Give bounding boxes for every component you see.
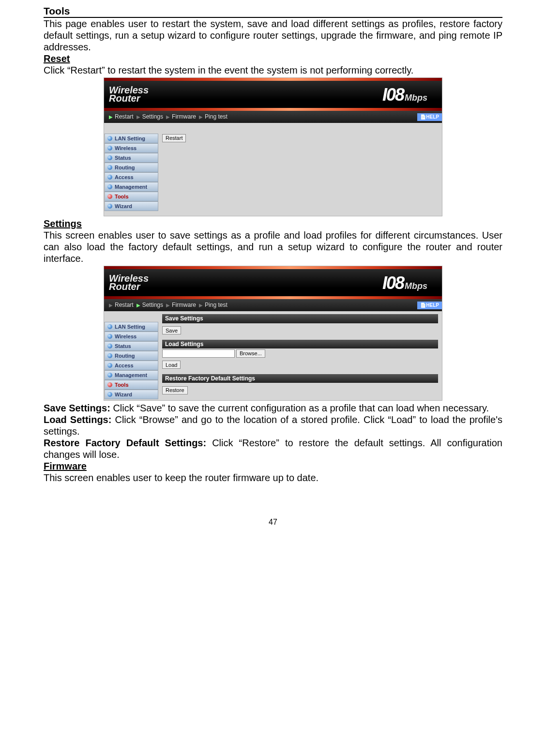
- speed-number: I08: [382, 272, 404, 293]
- triangle-icon: ▶: [109, 302, 113, 308]
- page-number: 47: [44, 517, 502, 527]
- brand-line2: Router: [109, 94, 149, 103]
- sidebar-nav: LAN Setting Wireless Status Routing Acce…: [104, 123, 158, 216]
- main-panel: Restart: [158, 123, 442, 216]
- triangle-icon: ▶: [199, 114, 203, 120]
- tab-bar: ▶ Restart ▶ Settings ▶ Firmware ▶ Ping t…: [104, 299, 442, 311]
- sidebar-item-label: Routing: [115, 353, 135, 359]
- sidebar-item-label: LAN Setting: [115, 324, 145, 330]
- firmware-body-text: This screen enables user to keep the rou…: [44, 472, 502, 484]
- sidebar-item-label: Status: [115, 155, 131, 161]
- bullet-icon: [107, 373, 112, 378]
- router-header: Wireless Router I08 Mbps: [104, 269, 442, 296]
- tab-settings[interactable]: Settings: [142, 113, 163, 120]
- sidebar-item-label: Access: [115, 363, 134, 369]
- tools-intro-text: This page enables user to restart the sy…: [44, 18, 502, 53]
- bullet-icon: [107, 344, 112, 348]
- bullet-icon: [107, 184, 112, 189]
- tab-firmware[interactable]: Firmware: [172, 113, 196, 120]
- sidebar-item-label: Tools: [115, 194, 129, 200]
- sidebar-item-lan[interactable]: LAN Setting: [104, 322, 158, 332]
- sidebar-item-wizard[interactable]: Wizard: [104, 390, 158, 399]
- sidebar-item-label: Wireless: [115, 333, 136, 340]
- bullet-icon: [107, 146, 112, 151]
- heading-firmware: Firmware: [44, 461, 87, 471]
- sidebar-item-tools[interactable]: Tools: [104, 192, 158, 201]
- heading-settings: Settings: [44, 218, 82, 229]
- sidebar-item-label: Routing: [115, 165, 135, 171]
- sidebar-item-label: Access: [115, 174, 134, 181]
- triangle-icon: ▶: [166, 302, 170, 308]
- sidebar-item-routing[interactable]: Routing: [104, 163, 158, 172]
- router-screenshot-restart: Wireless Router I08 Mbps ▶ Restart ▶ Set…: [104, 77, 442, 216]
- restart-button[interactable]: Restart: [162, 134, 186, 142]
- brand-line2: Router: [109, 283, 149, 291]
- tab-bar: ▶ Restart ▶ Settings ▶ Firmware ▶ Ping t…: [104, 111, 442, 123]
- triangle-icon: ▶: [199, 302, 203, 308]
- bullet-icon: [107, 175, 112, 180]
- help-button[interactable]: 📄 HELP: [417, 113, 442, 121]
- sidebar-item-wireless[interactable]: Wireless: [104, 143, 158, 153]
- tab-restart[interactable]: Restart: [115, 302, 134, 308]
- restore-settings-desc: Restore Factory Default Settings: Click …: [44, 437, 502, 460]
- sidebar-item-management[interactable]: Management: [104, 182, 158, 192]
- load-button[interactable]: Load: [162, 361, 181, 369]
- sidebar-item-status[interactable]: Status: [104, 153, 158, 163]
- triangle-icon: ▶: [136, 114, 140, 120]
- sidebar-item-label: Wizard: [115, 203, 132, 210]
- restore-button[interactable]: Restore: [162, 386, 188, 394]
- browse-button[interactable]: Browse...: [236, 349, 265, 358]
- bullet-icon: [107, 194, 112, 199]
- sidebar-item-label: Management: [115, 372, 147, 378]
- sidebar-item-routing[interactable]: Routing: [104, 351, 158, 361]
- bullet-icon: [107, 204, 112, 209]
- tab-ping[interactable]: Ping test: [205, 113, 228, 120]
- help-button[interactable]: 📄 HELP: [417, 302, 442, 309]
- speed-unit: Mbps: [405, 281, 427, 292]
- sidebar-item-label: Status: [115, 343, 131, 349]
- bullet-icon: [107, 334, 112, 339]
- bullet-icon: [107, 165, 112, 170]
- save-button[interactable]: Save: [162, 326, 181, 334]
- bullet-icon: [107, 353, 112, 358]
- sidebar-item-label: LAN Setting: [115, 136, 145, 142]
- router-screenshot-settings: Wireless Router I08 Mbps ▶ Restart ▶ Set…: [104, 266, 442, 401]
- sidebar-item-management[interactable]: Management: [104, 370, 158, 380]
- speed-unit: Mbps: [405, 93, 427, 104]
- bullet-icon: [107, 392, 112, 397]
- sidebar-item-label: Wireless: [115, 145, 136, 151]
- panel-title-save: Save Settings: [162, 314, 438, 323]
- main-panel: Save Settings Save Load Settings Browse.…: [158, 311, 442, 400]
- bullet-icon: [107, 324, 112, 329]
- triangle-icon: ▶: [136, 302, 140, 308]
- sidebar-item-wizard[interactable]: Wizard: [104, 201, 158, 211]
- panel-title-load: Load Settings: [162, 340, 438, 348]
- bullet-icon: [107, 136, 112, 141]
- sidebar-item-label: Management: [115, 184, 147, 190]
- sidebar-item-access[interactable]: Access: [104, 172, 158, 182]
- triangle-icon: ▶: [166, 114, 170, 120]
- bullet-icon: [107, 382, 112, 387]
- panel-title-restore: Restore Factory Default Settings: [162, 374, 438, 383]
- speed-number: I08: [382, 84, 404, 105]
- sidebar-item-lan[interactable]: LAN Setting: [104, 134, 158, 143]
- sidebar-item-status[interactable]: Status: [104, 341, 158, 351]
- save-settings-desc: Save Settings: Click “Save” to save the …: [44, 402, 502, 414]
- tab-firmware[interactable]: Firmware: [172, 302, 196, 308]
- tab-restart[interactable]: Restart: [115, 113, 134, 120]
- heading-reset: Reset: [44, 53, 70, 64]
- sidebar-nav: LAN Setting Wireless Status Routing Acce…: [104, 311, 158, 400]
- sidebar-item-wireless[interactable]: Wireless: [104, 332, 158, 341]
- settings-body-text: This screen enables user to save setting…: [44, 229, 502, 264]
- sidebar-item-access[interactable]: Access: [104, 361, 158, 370]
- sidebar-item-tools[interactable]: Tools: [104, 380, 158, 390]
- tab-ping[interactable]: Ping test: [205, 302, 228, 308]
- sidebar-item-label: Wizard: [115, 392, 132, 398]
- sidebar-item-label: Tools: [115, 382, 129, 388]
- load-file-input[interactable]: [162, 349, 235, 358]
- bullet-icon: [107, 155, 112, 160]
- tab-settings[interactable]: Settings: [142, 302, 163, 308]
- heading-tools: Tools: [44, 5, 502, 18]
- router-header: Wireless Router I08 Mbps: [104, 81, 442, 108]
- bullet-icon: [107, 363, 112, 368]
